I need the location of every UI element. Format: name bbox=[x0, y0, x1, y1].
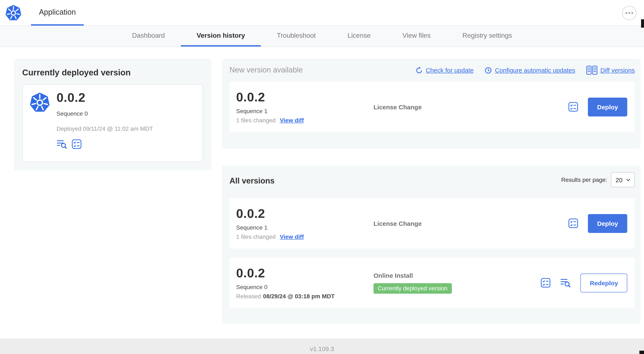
version-actions: Deploy bbox=[568, 214, 628, 233]
deployed-version-details: 0.0.2 Sequence 0 Deployed 09/11/24 @ 11:… bbox=[56, 91, 153, 155]
version-source: License Change bbox=[374, 220, 568, 227]
version-actions: Redeploy bbox=[540, 273, 628, 292]
nav-item-view-files[interactable]: View files bbox=[386, 26, 446, 47]
sequence-label: Sequence 0 bbox=[236, 284, 374, 290]
right-column: New version available Check for update C… bbox=[222, 59, 641, 324]
more-options-button[interactable] bbox=[622, 6, 636, 20]
currently-deployed-badge: Currently deployed version bbox=[374, 283, 452, 294]
released-line: Released08/29/24 @ 03:18 pm MDT bbox=[236, 293, 374, 299]
version-number: 0.0.2 bbox=[236, 266, 374, 280]
new-version-row: 0.0.2 Sequence 1 1 files changed View di… bbox=[230, 82, 635, 132]
preflight-checks-button[interactable] bbox=[72, 139, 82, 149]
nav-item-version-history[interactable]: Version history bbox=[181, 26, 261, 47]
files-changed-line: 1 files changed View diff bbox=[236, 117, 374, 124]
nav-item-troubleshoot[interactable]: Troubleshoot bbox=[261, 26, 332, 47]
kubernetes-icon bbox=[5, 5, 22, 21]
scrollbar-thumb[interactable] bbox=[641, 19, 644, 28]
version-info: 0.0.2 Sequence 1 1 files changed View di… bbox=[236, 207, 374, 240]
released-date: 08/29/24 @ 03:18 pm MDT bbox=[263, 293, 334, 299]
currently-deployed-card: Currently deployed version 0.0.2 Sequenc… bbox=[14, 59, 212, 171]
release-notes-button[interactable] bbox=[56, 139, 68, 149]
scrollbar-thumb[interactable] bbox=[640, 351, 644, 354]
files-changed-label: 1 files changed bbox=[236, 117, 276, 124]
version-number: 0.0.2 bbox=[56, 91, 153, 105]
new-version-card: New version available Check for update C… bbox=[222, 59, 641, 149]
refresh-icon bbox=[415, 66, 423, 74]
version-source: License Change bbox=[374, 103, 568, 110]
clock-icon bbox=[484, 66, 492, 74]
released-label: Released bbox=[236, 293, 261, 299]
new-version-title: New version available bbox=[230, 66, 303, 75]
view-diff-link[interactable]: View diff bbox=[280, 117, 304, 124]
preflight-checks-button[interactable] bbox=[540, 278, 551, 288]
nav-item-license[interactable]: License bbox=[332, 26, 386, 47]
checklist-icon bbox=[540, 278, 551, 288]
brand-logo bbox=[5, 0, 22, 26]
preflight-checks-button[interactable] bbox=[568, 102, 579, 112]
all-versions-card: All versions Results per page: 20 0.0.2 … bbox=[222, 165, 641, 324]
release-notes-button[interactable] bbox=[560, 278, 571, 288]
checklist-icon bbox=[568, 218, 579, 228]
results-per-page-value: 20 bbox=[616, 176, 622, 183]
app-window: Application Dashboard Version history Tr… bbox=[0, 0, 644, 354]
checklist-icon bbox=[568, 102, 579, 112]
top-header: Application bbox=[0, 0, 644, 26]
release-notes-icon bbox=[560, 278, 571, 288]
subnav: Dashboard Version history Troubleshoot L… bbox=[0, 26, 644, 47]
kubernetes-icon bbox=[29, 92, 50, 113]
currently-deployed-title: Currently deployed version bbox=[22, 68, 203, 78]
results-per-page: Results per page: 20 bbox=[561, 172, 635, 187]
version-info: 0.0.2 Sequence 1 1 files changed View di… bbox=[236, 90, 374, 124]
files-changed-line: 1 files changed View diff bbox=[236, 233, 374, 240]
deploy-button[interactable]: Deploy bbox=[588, 214, 627, 233]
app-footer: v1.109.3 bbox=[0, 338, 644, 354]
version-number: 0.0.2 bbox=[236, 90, 374, 104]
results-per-page-select[interactable]: 20 bbox=[611, 172, 635, 187]
all-versions-title: All versions bbox=[230, 176, 274, 186]
version-source: Online Install Currently deployed versio… bbox=[374, 272, 540, 294]
diff-icon bbox=[586, 65, 597, 75]
view-diff-link[interactable]: View diff bbox=[280, 233, 304, 240]
chevron-down-icon bbox=[626, 178, 630, 181]
deploy-button[interactable]: Deploy bbox=[588, 97, 627, 116]
tab-application[interactable]: Application bbox=[31, 0, 84, 26]
sequence-label: Sequence 1 bbox=[236, 108, 374, 114]
redeploy-button[interactable]: Redeploy bbox=[580, 273, 627, 292]
diff-versions-link[interactable]: Diff versions bbox=[586, 65, 635, 75]
new-version-header: New version available Check for update C… bbox=[230, 65, 635, 75]
all-versions-header: All versions Results per page: 20 bbox=[230, 172, 635, 187]
source-label: License Change bbox=[374, 103, 568, 110]
version-actions: Deploy bbox=[568, 97, 628, 116]
ellipsis-icon bbox=[626, 12, 627, 14]
results-per-page-label: Results per page: bbox=[561, 176, 607, 183]
files-changed-label: 1 files changed bbox=[236, 233, 276, 240]
main-content: Currently deployed version 0.0.2 Sequenc… bbox=[0, 47, 644, 338]
checklist-icon bbox=[72, 139, 82, 149]
sequence-label: Sequence 0 bbox=[56, 110, 153, 117]
version-info: 0.0.2 Sequence 0 Released08/29/24 @ 03:1… bbox=[236, 266, 374, 299]
source-label: License Change bbox=[374, 220, 568, 227]
preflight-checks-button[interactable] bbox=[568, 218, 579, 228]
version-row: 0.0.2 Sequence 1 1 files changed View di… bbox=[230, 198, 635, 248]
nav-item-dashboard[interactable]: Dashboard bbox=[116, 26, 181, 47]
version-row: 0.0.2 Sequence 0 Released08/29/24 @ 03:1… bbox=[230, 258, 635, 308]
version-number: 0.0.2 bbox=[236, 207, 374, 221]
update-links: Check for update Configure automatic upd… bbox=[415, 65, 635, 75]
deployed-version-card: 0.0.2 Sequence 0 Deployed 09/11/24 @ 11:… bbox=[22, 84, 203, 162]
check-for-update-link[interactable]: Check for update bbox=[415, 66, 474, 74]
deployed-version-actions bbox=[56, 139, 153, 149]
footer-version-label: v1.109.3 bbox=[310, 345, 334, 354]
sequence-label: Sequence 1 bbox=[236, 224, 374, 231]
release-notes-icon bbox=[56, 139, 68, 149]
nav-item-registry-settings[interactable]: Registry settings bbox=[446, 26, 528, 47]
source-label: Online Install bbox=[374, 272, 540, 279]
configure-automatic-updates-link[interactable]: Configure automatic updates bbox=[484, 66, 575, 74]
deployed-timestamp: Deployed 09/11/24 @ 11:02 am MDT bbox=[56, 125, 153, 132]
